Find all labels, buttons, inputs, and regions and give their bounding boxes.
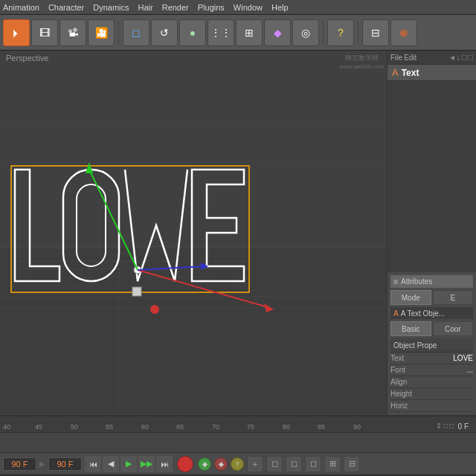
tab-row: Basic Coor xyxy=(390,321,473,336)
height-row: Height xyxy=(390,388,473,400)
panel-title: Text xyxy=(402,68,419,78)
font-row: Font ... xyxy=(390,364,473,376)
main-area: Perspective 网页教学网 www.web3it.com File Ed… xyxy=(0,51,476,415)
panel-square1-icon: □ xyxy=(462,53,467,62)
sep1 xyxy=(118,21,119,45)
font-label: Font xyxy=(390,366,405,374)
attributes-bar: Attributes xyxy=(390,275,473,288)
snap-btn[interactable]: + xyxy=(247,456,263,472)
tool-rotate[interactable]: ↺ xyxy=(151,19,178,46)
watermark: 网页教学网 www.web3it.com xyxy=(339,54,384,70)
start-frame-display[interactable]: 90 F xyxy=(3,457,36,471)
sep2 xyxy=(323,21,324,45)
toolbar: ⏵ 🎞 📽 🎦 ◻ ↺ ● ⋮⋮ ⊞ ◆ ◎ ? ⊟ ⊕ xyxy=(0,15,476,51)
frame-sep: ▶ xyxy=(39,460,45,468)
layer-btn[interactable]: ⊞ xyxy=(324,456,341,472)
tool-table[interactable]: ⊟ xyxy=(362,19,389,46)
play-btn[interactable]: ▶ xyxy=(120,456,137,472)
basic-tab[interactable]: Basic xyxy=(390,321,431,336)
menu-item-animation[interactable]: Animation xyxy=(3,3,39,12)
sep3 xyxy=(358,21,358,45)
menu-item-dynamics[interactable]: Dynamics xyxy=(93,3,129,12)
menu-item-character[interactable]: Character xyxy=(48,3,84,12)
menu-item-help[interactable]: Help xyxy=(271,3,289,12)
grid-canvas xyxy=(0,51,387,415)
object-properties-label: Object Prope xyxy=(390,338,473,353)
object-row: A A Text Obje... xyxy=(390,307,473,319)
render-btn[interactable]: ⊟ xyxy=(344,456,360,472)
svg-rect-47 xyxy=(132,287,141,296)
tool-dots[interactable]: ⋮⋮ xyxy=(208,19,234,46)
tool-cursor[interactable]: ? xyxy=(327,19,354,46)
record-button[interactable] xyxy=(177,456,193,472)
timeline-scroll3-icon: □ xyxy=(449,422,454,430)
object-type-icon: A xyxy=(393,309,399,318)
motion-btn[interactable]: ◻ xyxy=(305,456,321,472)
prev-frame-btn[interactable]: ◀ xyxy=(103,456,119,472)
tool-sphere[interactable]: ● xyxy=(179,19,206,46)
attributes-section: Attributes Mode E A A Text Obje... Basic… xyxy=(387,272,476,415)
curve-btn[interactable]: ◻ xyxy=(286,456,302,472)
viewport[interactable]: Perspective 网页教学网 www.web3it.com xyxy=(0,51,387,415)
panel-icon-edit[interactable]: Edit xyxy=(404,54,416,62)
ruler-mark-40: 40 xyxy=(3,423,10,431)
end-frame-display[interactable]: 90 F xyxy=(48,457,82,471)
ruler-mark-85: 85 xyxy=(318,423,325,431)
timeline-ruler: 40 45 50 55 60 65 70 75 80 85 90 0 F ⇕ □… xyxy=(0,416,476,433)
timeline-controls: 90 F ▶ 90 F ⏮ ◀ ▶ ▶▶ ⏭ ◆ ◆ ? + ◻ ◻ ◻ ⊞ ⊟ xyxy=(0,452,476,475)
horiz-row: Horiz xyxy=(390,400,473,412)
ruler-mark-45: 45 xyxy=(35,423,42,431)
menu-item-hair[interactable]: Hair xyxy=(138,3,153,12)
horiz-label: Horiz xyxy=(390,402,408,410)
text-attr-row: Text LOVE xyxy=(390,353,473,364)
panel-square2-icon: □ xyxy=(468,53,473,62)
menu-item-window[interactable]: Window xyxy=(234,3,263,12)
tool-film2[interactable]: 📽 xyxy=(60,19,86,46)
attr-bar-dot xyxy=(393,280,398,284)
text-attr-label: Text xyxy=(390,354,404,362)
panel-type-icon: A xyxy=(392,67,399,78)
tool-diamond[interactable]: ◆ xyxy=(264,19,291,46)
font-value: ... xyxy=(467,366,473,374)
svg-rect-31 xyxy=(0,51,387,246)
go-start-btn[interactable]: ⏮ xyxy=(85,456,101,472)
edit-button[interactable]: E xyxy=(433,290,474,305)
svg-point-48 xyxy=(150,305,159,314)
current-frame-display: 0 F xyxy=(458,422,469,431)
panel-down-icon: ↓ xyxy=(456,52,460,62)
menu-item-plugins[interactable]: Plugins xyxy=(198,3,225,12)
ruler-mark-50: 50 xyxy=(71,423,78,431)
tool-film3[interactable]: 🎦 xyxy=(88,19,115,46)
keyframe-yellow-btn[interactable]: ? xyxy=(231,457,244,471)
timeline-scroll-icon: ⇕ xyxy=(436,422,442,430)
ruler-mark-80: 80 xyxy=(283,423,290,431)
keyframe-green-btn[interactable]: ◆ xyxy=(198,457,211,471)
tool-cube[interactable]: ◻ xyxy=(123,19,149,46)
keyframe-red-btn[interactable]: ◆ xyxy=(214,457,228,471)
mode-button[interactable]: Mode xyxy=(390,290,431,305)
next-frame-btn[interactable]: ⏭ xyxy=(156,456,173,472)
coord-tab[interactable]: Coor xyxy=(433,321,474,336)
mode-row: Mode E xyxy=(390,290,473,305)
ruler-mark-90: 90 xyxy=(353,423,361,431)
ruler-mark-60: 60 xyxy=(141,423,149,431)
panel-empty-area xyxy=(387,81,476,272)
tool-target[interactable]: ⊕ xyxy=(390,19,417,46)
height-label: Height xyxy=(390,390,412,398)
viewport-perspective-label: Perspective xyxy=(6,54,48,62)
ruler-mark-55: 55 xyxy=(106,423,113,431)
panel-icon-file[interactable]: File xyxy=(390,54,402,62)
tool-expand[interactable]: ⊞ xyxy=(236,19,263,46)
key-btn[interactable]: ◻ xyxy=(266,456,283,472)
tool-ring[interactable]: ◎ xyxy=(292,19,319,46)
ruler-mark-75: 75 xyxy=(247,423,254,431)
timeline-track[interactable] xyxy=(0,433,476,452)
ruler-mark-70: 70 xyxy=(212,423,219,431)
tool-film[interactable]: 🎞 xyxy=(31,19,58,46)
align-row: Align xyxy=(390,376,473,388)
panel-arrow-icon: ◂ xyxy=(450,52,454,62)
play-forward-btn[interactable]: ▶▶ xyxy=(138,456,155,472)
menu-item-render[interactable]: Render xyxy=(162,3,189,12)
timeline-scroll-btns: ⇕ □ □ xyxy=(436,422,454,430)
tool-animation[interactable]: ⏵ xyxy=(3,19,30,46)
